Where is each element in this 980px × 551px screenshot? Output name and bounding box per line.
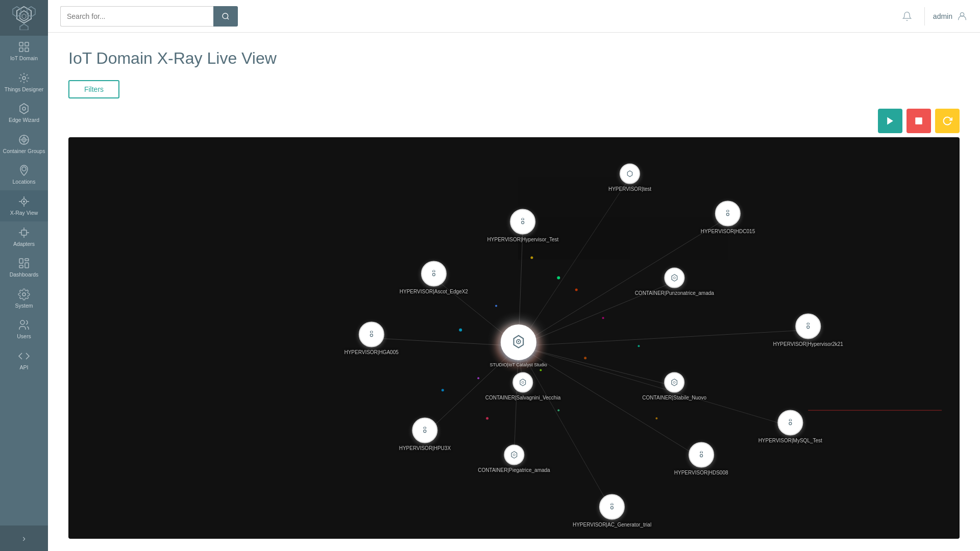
graph-canvas: STUDIO|IoT Catalyst Studio HYPERVISOR|te… [68, 137, 960, 539]
svg-rect-9 [25, 48, 29, 52]
edge-wizard-icon [18, 103, 30, 115]
svg-marker-3 [20, 24, 28, 30]
sidebar-item-system[interactable]: System [0, 283, 48, 314]
logo-icon [12, 6, 36, 30]
node-studio[interactable]: STUDIO|IoT Catalyst Studio [490, 324, 547, 367]
page-title: IoT Domain X-Ray Live View [68, 49, 960, 68]
hypervisor-hds008-icon [696, 449, 706, 460]
sidebar-item-container-groups-label: Container Groups [3, 148, 45, 155]
node-hypervisor-hds008-label: HYPERVISOR|HDS008 [674, 469, 728, 475]
svg-point-87 [513, 454, 515, 456]
sidebar-item-users[interactable]: Users [0, 314, 48, 345]
node-hypervisor-hga005-label: HYPERVISOR|HGA005 [344, 349, 398, 355]
sidebar: IoT Domain Things Designer Edge Wizard C… [0, 0, 48, 551]
main-area: admin IoT Domain X-Ray Live View Filters [48, 0, 980, 551]
x-ray-view-icon [18, 195, 30, 208]
sidebar-item-iot-domain-label: IoT Domain [10, 55, 38, 62]
node-hypervisor-mysql[interactable]: HYPERVISOR|MySQL_Test [758, 410, 822, 443]
svg-marker-86 [511, 451, 517, 458]
svg-point-75 [727, 213, 729, 216]
node-hypervisor-hds008[interactable]: HYPERVISOR|HDS008 [674, 442, 728, 475]
hypervisor-hv2k21-icon [803, 321, 813, 331]
user-name-label: admin [933, 12, 952, 20]
sidebar-item-container-groups[interactable]: Container Groups [0, 129, 48, 160]
svg-rect-32 [25, 263, 29, 268]
sidebar-item-locations-label: Locations [13, 179, 36, 185]
search-input[interactable] [60, 6, 213, 27]
svg-point-10 [22, 77, 26, 80]
svg-point-84 [673, 381, 675, 383]
node-container-salvagnini[interactable]: CONTAINER|Salvagnini_Vecchia [485, 372, 560, 400]
node-hypervisor-test[interactable]: HYPERVISOR|test [608, 163, 651, 191]
node-hypervisor-hv2k21[interactable]: HYPERVISOR|Hypervisor2k21 [773, 313, 843, 346]
sidebar-item-adapters[interactable]: Adapters [0, 221, 48, 253]
search-icon [222, 12, 230, 20]
sidebar-item-dashboards[interactable]: Dashboards [0, 252, 48, 283]
svg-rect-29 [19, 259, 23, 263]
node-container-piegatrice-label: CONTAINER|Piegatrice_amada [478, 467, 550, 472]
refresh-icon [942, 116, 952, 126]
things-designer-icon [18, 72, 30, 84]
svg-rect-8 [19, 48, 23, 52]
hypervisor-hpu3x-icon [420, 425, 430, 436]
svg-rect-24 [21, 230, 27, 235]
user-section[interactable]: admin [933, 11, 968, 22]
hypervisor-mysql-icon [785, 417, 795, 428]
sidebar-item-things-designer[interactable]: Things Designer [0, 67, 48, 98]
notification-button[interactable] [898, 7, 916, 26]
svg-point-23 [23, 201, 25, 203]
svg-rect-30 [25, 259, 29, 261]
node-container-piegatrice[interactable]: CONTAINER|Piegatrice_amada [478, 444, 550, 472]
node-hypervisor-hv-test[interactable]: HYPERVISOR|Hypervisor_Test [487, 209, 559, 242]
sidebar-item-api[interactable]: API [0, 345, 48, 376]
svg-point-76 [432, 273, 435, 276]
node-hypervisor-hvtest-label: HYPERVISOR|Hypervisor_Test [487, 237, 559, 242]
play-icon [885, 116, 895, 126]
sidebar-item-api-label: API [20, 364, 29, 371]
svg-point-79 [370, 334, 373, 336]
sidebar-item-iot-domain[interactable]: IoT Domain [0, 36, 48, 67]
system-icon [18, 288, 30, 300]
svg-point-89 [700, 454, 702, 457]
svg-point-88 [789, 422, 792, 424]
container-stabile-icon [670, 378, 678, 386]
node-hypervisor-hpu3x[interactable]: HYPERVISOR|HPU3X [399, 418, 451, 451]
play-button[interactable] [878, 109, 902, 133]
sidebar-item-edge-wizard[interactable]: Edge Wizard [0, 97, 48, 129]
api-icon [18, 350, 30, 362]
header-divider [924, 7, 925, 26]
node-hypervisor-hga005[interactable]: HYPERVISOR|HGA005 [344, 321, 398, 355]
node-container-stabile[interactable]: CONTAINER|Stabile_Nuovo [642, 372, 706, 400]
hypervisor-hvtest-icon [518, 217, 528, 227]
refresh-button[interactable] [935, 109, 960, 133]
svg-marker-11 [20, 104, 28, 114]
svg-point-34 [20, 320, 24, 324]
svg-rect-39 [915, 117, 922, 124]
sidebar-item-x-ray-view[interactable]: X-Ray View [0, 190, 48, 221]
svg-point-35 [223, 13, 228, 19]
sidebar-item-locations[interactable]: Locations [0, 159, 48, 190]
logo [0, 0, 48, 36]
node-hypervisor-ac-gen[interactable]: HYPERVISOR|AC_Generator_trial [573, 494, 651, 527]
user-avatar-icon [957, 11, 968, 22]
sidebar-collapse-button[interactable]: › [0, 525, 48, 551]
search-button[interactable] [213, 6, 238, 27]
svg-rect-7 [25, 42, 29, 46]
container-piegatrice-icon [510, 450, 518, 459]
stop-button[interactable] [906, 109, 931, 133]
sidebar-item-things-designer-label: Things Designer [5, 86, 43, 93]
adapters-icon [18, 227, 30, 239]
svg-point-74 [522, 221, 524, 224]
locations-icon [18, 164, 30, 177]
node-container-punzonatrice[interactable]: CONTAINER|Punzonatrice_amada [635, 268, 714, 296]
svg-marker-38 [887, 117, 893, 125]
svg-point-90 [611, 507, 614, 509]
users-icon [18, 319, 30, 331]
svg-point-80 [807, 325, 810, 328]
node-hypervisor-hdc015[interactable]: HYPERVISOR|HDC015 [701, 201, 755, 234]
header: admin [48, 0, 980, 33]
node-hypervisor-ascot[interactable]: HYPERVISOR|Ascot_EdgeX2 [400, 261, 468, 294]
network-graph[interactable]: STUDIO|IoT Catalyst Studio HYPERVISOR|te… [68, 137, 960, 539]
filters-button[interactable]: Filters [68, 80, 119, 98]
node-hypervisor-acgen-label: HYPERVISOR|AC_Generator_trial [573, 521, 651, 527]
